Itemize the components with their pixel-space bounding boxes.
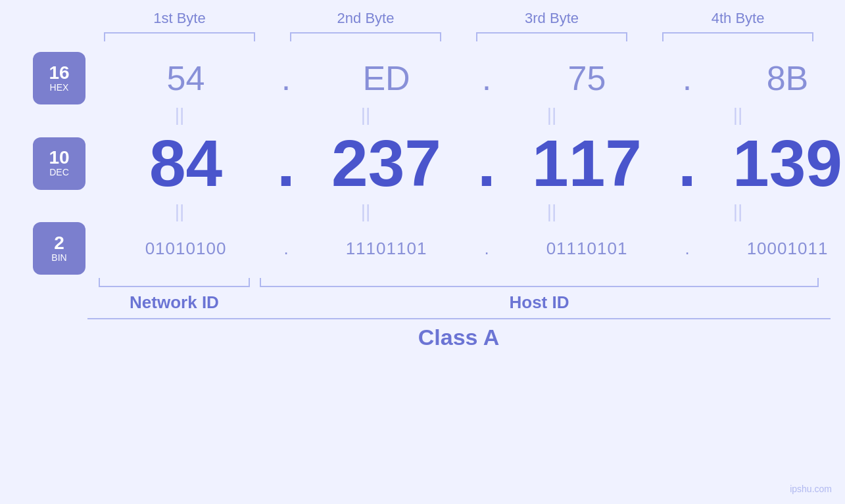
hex-sep-3: .	[674, 58, 700, 98]
byte-3-label: 3rd Byte	[525, 10, 579, 27]
dec-val-4: 139	[700, 126, 845, 201]
dec-val-2: 237	[299, 126, 473, 201]
class-section: Class A	[99, 318, 819, 350]
dec-sep-3: .	[674, 126, 700, 201]
bin-val-1: 01010100	[99, 239, 273, 259]
bin-base-label: BIN	[51, 252, 66, 263]
network-bracket	[99, 278, 250, 287]
class-line	[87, 318, 831, 319]
id-section: Network ID Host ID Class A	[99, 278, 819, 350]
eq-1-2: ||	[285, 104, 447, 126]
eq-1-4: ||	[657, 104, 819, 126]
bin-badge: 2 BIN	[33, 222, 85, 275]
dec-sep-1: .	[273, 126, 299, 201]
byte-4-top-bracket	[662, 32, 813, 45]
byte-2-label: 2nd Byte	[337, 10, 395, 27]
hex-val-4: 8B	[700, 58, 845, 98]
eq-2-3: ||	[471, 201, 633, 222]
bin-sep-1: .	[273, 239, 299, 259]
dec-val-1: 84	[99, 126, 273, 201]
hex-values: 54 . ED . 75 . 8B	[99, 58, 845, 98]
host-id-col: Host ID	[260, 278, 819, 313]
dec-base-number: 10	[49, 149, 69, 167]
hex-val-1: 54	[99, 58, 273, 98]
bin-sep-2: .	[473, 239, 500, 259]
eq-1-1: ||	[99, 104, 260, 126]
bin-base-number: 2	[54, 234, 64, 252]
byte-3-top-bracket	[476, 32, 627, 45]
hex-base-number: 16	[49, 64, 69, 82]
byte-3-header: 3rd Byte	[471, 10, 633, 45]
dec-badge: 10 DEC	[33, 137, 85, 190]
byte-1-label: 1st Byte	[153, 10, 205, 27]
bin-val-4: 10001011	[700, 239, 845, 259]
hex-val-2: ED	[299, 58, 473, 98]
hex-val-3: 75	[500, 58, 674, 98]
byte-2-header: 2nd Byte	[285, 10, 447, 45]
hex-sep-1: .	[273, 58, 299, 98]
byte-headers: 1st Byte 2nd Byte 3rd Byte	[99, 10, 819, 45]
bin-val-3: 01110101	[500, 239, 674, 259]
eq-2-4: ||	[657, 201, 819, 222]
byte-1-header: 1st Byte	[99, 10, 260, 45]
dec-values: 84 . 237 . 117 . 139	[99, 126, 845, 201]
network-id-col: Network ID	[99, 278, 250, 313]
class-label: Class A	[418, 325, 499, 350]
hex-sep-2: .	[473, 58, 500, 98]
watermark: ipshu.com	[790, 484, 832, 494]
main-layout: 1st Byte 2nd Byte 3rd Byte	[0, 0, 845, 504]
hex-row: 16 HEX 54 . ED . 75 . 8B	[33, 52, 819, 104]
hex-base-label: HEX	[50, 82, 69, 93]
eq-2-2: ||	[285, 201, 447, 222]
byte-1-top-bracket	[104, 32, 255, 45]
bin-values: 01010100 . 11101101 . 01110101 . 1000101…	[99, 239, 845, 259]
eq-row-1: || || || ||	[99, 104, 819, 126]
byte-2-top-bracket	[290, 32, 441, 45]
eq-2-1: ||	[99, 201, 260, 222]
bin-sep-3: .	[674, 239, 700, 259]
dec-base-label: DEC	[49, 167, 69, 178]
host-bracket	[260, 278, 819, 287]
bin-val-2: 11101101	[299, 239, 473, 259]
bin-row: 2 BIN 01010100 . 11101101 . 01110101 .	[33, 222, 819, 275]
id-bracket-row: Network ID Host ID	[99, 278, 819, 313]
eq-row-2: || || || ||	[99, 201, 819, 222]
dec-row: 10 DEC 84 . 237 . 117 . 139	[33, 126, 819, 201]
byte-4-label: 4th Byte	[712, 10, 765, 27]
host-id-label: Host ID	[510, 292, 569, 313]
network-id-label: Network ID	[130, 292, 219, 313]
hex-badge: 16 HEX	[33, 52, 85, 104]
dec-val-3: 117	[500, 126, 674, 201]
dec-sep-2: .	[473, 126, 500, 201]
eq-1-3: ||	[471, 104, 633, 126]
byte-4-header: 4th Byte	[657, 10, 819, 45]
